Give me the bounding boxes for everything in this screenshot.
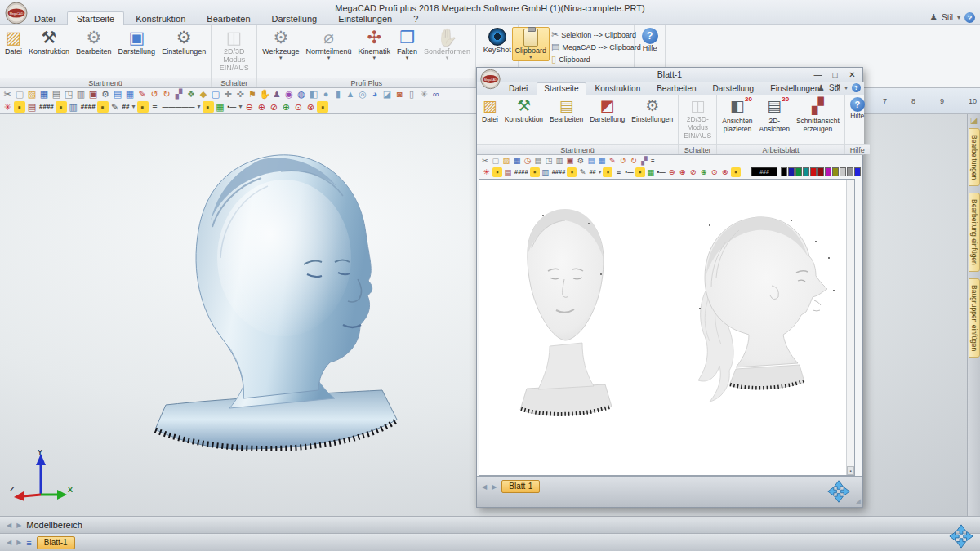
print-icon[interactable]: ▤: [533, 156, 543, 166]
surface-icon[interactable]: ◪: [381, 88, 393, 100]
mode-2d3d-button[interactable]: ◫ 2D/3D-Modus EIN/AUS: [681, 96, 714, 140]
next-arrow-icon[interactable]: ▶: [16, 539, 21, 546]
tube-icon[interactable]: ▯: [406, 88, 417, 100]
lock-pen-icon[interactable]: ▪: [567, 167, 577, 177]
linetype-icon[interactable]: ≡: [613, 167, 623, 177]
layer-settings-icon[interactable]: ▦: [597, 156, 607, 166]
redo-icon[interactable]: ↻: [161, 88, 172, 100]
tab-help[interactable]: ?: [403, 11, 428, 26]
open-folder-icon[interactable]: ▨: [26, 88, 38, 100]
stil-caret-icon[interactable]: ▾: [957, 14, 960, 21]
gears-icon[interactable]: ⚙: [100, 88, 111, 100]
pan-control-icon[interactable]: [948, 523, 974, 549]
linetype-icon[interactable]: ≡: [149, 101, 161, 113]
head-side-view[interactable]: [661, 209, 849, 421]
lock-zoom-icon[interactable]: ▪: [731, 167, 741, 177]
library-icon[interactable]: ◆: [198, 88, 209, 100]
ribbon-konstruktion-button[interactable]: ⚒ Konstruktion ▾: [26, 27, 72, 56]
lock-linetype-icon[interactable]: ▪: [603, 167, 612, 177]
ansichten-2d-button[interactable]: ▤ 20 2D-Ansichten: [757, 96, 792, 134]
cone-icon[interactable]: ▲: [345, 88, 356, 100]
lock-pen-icon[interactable]: ▪: [97, 101, 109, 113]
color-swatch[interactable]: [847, 167, 853, 176]
tab-startseite[interactable]: Startseite: [67, 11, 124, 26]
color-swatch[interactable]: [795, 167, 802, 176]
layer-select-icon[interactable]: ▤: [26, 101, 38, 113]
clipboard-button[interactable]: Clipboard ▾: [512, 27, 550, 61]
linetype-caret[interactable]: ▾: [197, 101, 202, 113]
monitor-icon[interactable]: ▢: [210, 88, 221, 100]
layer-value[interactable]: ####: [514, 167, 529, 177]
ribbon-darstellung-button[interactable]: ◩ Darstellung: [587, 96, 627, 124]
head-front-view[interactable]: [502, 199, 629, 436]
color-swatch[interactable]: [781, 167, 787, 176]
ribbon-datei-button[interactable]: ▨ Datei: [479, 96, 501, 124]
ansichten-plazieren-button[interactable]: ◧ 20 Ansichten plazieren: [719, 96, 755, 134]
stamp-icon[interactable]: ▞: [173, 88, 185, 100]
blatt1-sheet-tab[interactable]: Blatt-1: [501, 480, 540, 493]
stil-caret-icon[interactable]: ▾: [844, 84, 848, 91]
cut-icon[interactable]: ✂: [480, 156, 490, 166]
binoculars-icon[interactable]: ∞: [430, 88, 442, 100]
current-color-box[interactable]: ###: [751, 167, 777, 176]
mode-2d3d-button[interactable]: ◫ 2D/3D Modus EIN/AUS: [214, 27, 254, 73]
prev-arrow-icon[interactable]: ◀: [7, 539, 11, 546]
werkzeuge-button[interactable]: ⚙ Werkzeuge ▾: [260, 27, 301, 61]
stamp-icon[interactable]: ▞: [639, 156, 649, 166]
zoom-previous-icon[interactable]: ⊘: [688, 167, 698, 177]
pen-caret[interactable]: ▾: [131, 101, 136, 113]
torus-icon[interactable]: ◎: [357, 88, 368, 100]
blatt1-sheet-canvas[interactable]: ▪: [479, 179, 855, 476]
color-swatch[interactable]: [803, 167, 809, 176]
help-icon[interactable]: ?: [852, 83, 861, 92]
lock-zoom-icon[interactable]: ▪: [317, 101, 328, 113]
ribbon-bearbeiten-button[interactable]: ⚙ Bearbeiten ▾: [74, 27, 114, 56]
color-swatch[interactable]: [825, 167, 831, 176]
globe-icon[interactable]: ◍: [296, 88, 307, 100]
ribbon-einstellungen-button[interactable]: ⚙ Einstellungen: [629, 96, 675, 124]
color-swatch[interactable]: [854, 167, 861, 176]
side-tab-baugruppen-einfuegen[interactable]: Baugruppen einfügen: [969, 278, 980, 358]
clipboard-paste-button[interactable]: ▯ Clipboard: [551, 54, 641, 64]
tab-startseite[interactable]: Startseite: [537, 82, 586, 95]
zoom-window-icon[interactable]: ⊕: [678, 167, 688, 177]
pan-control-icon[interactable]: [826, 479, 851, 504]
lock-layer-icon[interactable]: ▪: [492, 167, 502, 177]
flag-icon[interactable]: ⚑: [247, 88, 258, 100]
color-palette-icon[interactable]: ▦: [646, 167, 656, 177]
ribbon-konstruktion-button[interactable]: ⚒ Konstruktion: [502, 96, 546, 124]
zoom-out-icon[interactable]: ⊖: [243, 101, 255, 113]
resize-grip-icon[interactable]: ◢: [855, 497, 861, 505]
tab-darstellung[interactable]: Darstellung: [262, 11, 327, 26]
zoom-out-icon[interactable]: ⊖: [667, 167, 677, 177]
tab-konstruktion[interactable]: Konstruktion: [588, 82, 648, 95]
user-icon[interactable]: ♟: [817, 83, 825, 92]
color-swatch[interactable]: [788, 167, 795, 176]
zoom-window-icon[interactable]: ⊕: [256, 101, 267, 113]
zoom-factor-icon[interactable]: ⊗: [720, 167, 730, 177]
next-arrow-icon[interactable]: ▶: [16, 522, 21, 529]
ribbon-einstellungen-button[interactable]: ⚙ Einstellungen ▾: [159, 27, 208, 56]
undo-icon[interactable]: ↺: [618, 156, 628, 166]
group-select-icon[interactable]: ▥: [68, 101, 79, 113]
person-icon[interactable]: ♟: [271, 88, 283, 100]
ribbon-darstellung-button[interactable]: ▣ Darstellung ▾: [116, 27, 158, 56]
history-icon[interactable]: ◷: [523, 156, 532, 166]
page-setup-icon[interactable]: ▥: [555, 156, 564, 166]
lock-color-icon[interactable]: ▪: [203, 101, 214, 113]
pen-caret[interactable]: ▾: [598, 167, 603, 177]
megacad-clipboard-button[interactable]: ▤ MegaCAD --> Clipboard: [551, 42, 641, 52]
lock-group-icon[interactable]: ▪: [56, 101, 67, 113]
pen-icon[interactable]: ✎: [109, 101, 121, 113]
nina-3d-head-model[interactable]: [121, 136, 431, 470]
save-icon[interactable]: ▦: [38, 88, 50, 100]
prev-arrow-icon[interactable]: ◀: [7, 522, 11, 529]
sheet-list-icon[interactable]: ≡: [26, 538, 31, 548]
falten-button[interactable]: ❒ Falten ▾: [394, 27, 420, 61]
color-swatch[interactable]: [840, 167, 846, 176]
lock-color-icon[interactable]: ▪: [635, 167, 645, 177]
tab-darstellung[interactable]: Darstellung: [706, 82, 762, 95]
next-sheet-icon[interactable]: ▶: [492, 483, 497, 491]
lock-layer-icon[interactable]: ▪: [14, 101, 25, 113]
minimize-button[interactable]: —: [809, 68, 826, 81]
